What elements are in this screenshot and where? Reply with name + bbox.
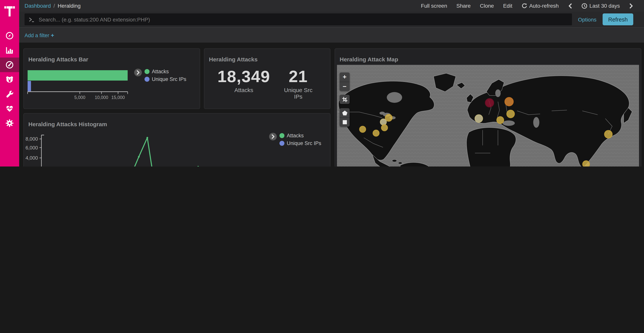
legend-item-attacks[interactable]: Attacks	[280, 133, 321, 139]
zoom-out-button[interactable]: −	[340, 82, 350, 91]
full-screen-button[interactable]: Full screen	[421, 3, 447, 9]
svg-text:6,000: 6,000	[26, 145, 38, 151]
telekom-logo[interactable]	[0, 0, 19, 19]
edit-button[interactable]: Edit	[503, 3, 512, 9]
panel-title: Heralding Attacks Histogram	[28, 121, 107, 128]
sidebar-item-dashboard[interactable]	[0, 58, 19, 72]
svg-text:10,000: 10,000	[95, 95, 108, 100]
sidebar-item-monitoring[interactable]	[0, 101, 19, 116]
panel-attacks-bar: Heralding Attacks Bar 5,00010,00015,000 …	[24, 48, 200, 109]
time-picker-button[interactable]: Last 30 days	[581, 3, 620, 9]
metric-label: Attacks	[217, 87, 270, 93]
time-back-button[interactable]	[568, 3, 572, 9]
legend-dot	[280, 133, 284, 138]
sidebar-item-tpot[interactable]	[0, 72, 19, 87]
refresh-button[interactable]: Refresh	[602, 14, 633, 25]
crop-fit-button[interactable]	[340, 95, 350, 104]
plus-icon: +	[51, 32, 54, 38]
search-bar-row: Options Refresh	[19, 12, 644, 27]
svg-text:4,000: 4,000	[26, 155, 38, 161]
clock-icon	[581, 3, 587, 9]
sidebar-item-dev-tools[interactable]	[0, 87, 19, 101]
top-nav: Dashboard / Heralding Full screen Share …	[19, 0, 644, 12]
legend-item-unique-src-ips[interactable]: Unique Src IPs	[144, 76, 186, 82]
compass-icon	[5, 31, 14, 40]
legend-label: Attacks	[152, 69, 169, 74]
options-link[interactable]: Options	[578, 16, 597, 23]
legend-dot	[280, 141, 284, 146]
share-button[interactable]: Share	[456, 3, 471, 9]
search-input[interactable]	[38, 16, 568, 23]
gauge-icon	[5, 60, 14, 70]
panel-attack-map: Heralding Attack Map + −	[335, 48, 641, 167]
map-zoom-controls: + −	[340, 73, 350, 91]
metric-unique-src-ips: 21 Unique Src IPs	[282, 67, 314, 100]
legend-item-attacks[interactable]: Attacks	[144, 69, 186, 74]
legend: AttacksUnique Src IPs	[269, 133, 321, 146]
rectangle-icon	[342, 119, 348, 125]
chevron-right-icon	[629, 3, 633, 9]
sidebar-item-management[interactable]	[0, 116, 19, 130]
map-fit-controls	[340, 95, 350, 104]
heartbeat-icon	[5, 104, 14, 113]
map-canvas[interactable]	[337, 65, 639, 167]
polygon-icon	[342, 110, 348, 116]
panel-title: Heralding Attacks Bar	[28, 56, 88, 63]
breadcrumb-separator: /	[54, 3, 55, 9]
time-forward-button[interactable]	[629, 3, 633, 9]
legend-toggle-icon[interactable]	[134, 69, 142, 76]
zoom-in-button[interactable]: +	[340, 73, 350, 82]
sidebar	[0, 0, 19, 167]
telekom-t-icon	[4, 4, 15, 17]
polygon-tool-button[interactable]	[340, 108, 350, 117]
metric-value: 18,349	[217, 67, 270, 86]
legend-label: Unique Src IPs	[287, 140, 321, 146]
filter-bar: Add a filter+	[19, 28, 644, 43]
legend-dot	[144, 77, 150, 82]
metric-attacks: 18,349 Attacks	[217, 67, 270, 93]
legend-label: Unique Src IPs	[152, 76, 186, 82]
sidebar-nav	[0, 28, 19, 130]
map-draw-controls	[340, 108, 350, 127]
bar-chart-icon	[5, 46, 14, 55]
legend-toggle-icon[interactable]	[269, 133, 277, 140]
gear-icon	[5, 119, 14, 128]
refresh-icon	[522, 3, 527, 9]
panel-attacks-histogram: Heralding Attacks Histogram 02,0004,0006…	[24, 113, 330, 167]
legend-label: Attacks	[287, 133, 304, 139]
top-nav-actions: Full screen Share Clone Edit Auto-refres…	[421, 3, 633, 9]
panel-title: Heralding Attacks	[209, 56, 258, 63]
chevron-left-icon	[568, 3, 572, 9]
search-input-box[interactable]	[24, 14, 572, 25]
add-filter-link[interactable]: Add a filter+	[24, 32, 54, 38]
svg-text:5,000: 5,000	[74, 95, 86, 100]
crop-icon	[342, 97, 348, 102]
app-root: Dashboard / Heralding Full screen Share …	[0, 0, 644, 167]
metric-value: 21	[282, 67, 314, 86]
breadcrumb-current: Heralding	[58, 3, 81, 9]
clone-button[interactable]: Clone	[480, 3, 494, 9]
wrench-icon	[5, 89, 14, 99]
sidebar-item-discover[interactable]	[0, 28, 19, 43]
svg-text:15,000: 15,000	[111, 95, 125, 100]
dashboard-grid: Heralding Attacks Bar 5,00010,00015,000 …	[19, 43, 644, 167]
breadcrumb-dashboard[interactable]: Dashboard	[24, 3, 51, 9]
search-prompt-icon	[28, 16, 34, 23]
panel-attacks-metric: Heralding Attacks 18,349 Attacks 21 Uniq…	[204, 48, 330, 109]
bear-icon	[5, 75, 14, 84]
rectangle-tool-button[interactable]	[340, 117, 350, 127]
main-area: Dashboard / Heralding Full screen Share …	[19, 0, 644, 167]
panel-title: Heralding Attack Map	[340, 56, 398, 63]
legend-item-unique-src-ips[interactable]: Unique Src IPs	[280, 140, 321, 146]
svg-text:8,000: 8,000	[26, 136, 38, 142]
sidebar-item-visualize[interactable]	[0, 43, 19, 58]
world-map[interactable]: + −	[337, 65, 639, 167]
auto-refresh-button[interactable]: Auto-refresh	[522, 3, 559, 9]
metric-label: Unique Src IPs	[282, 87, 314, 100]
legend-dot	[144, 69, 150, 74]
legend: AttacksUnique Src IPs	[134, 69, 186, 82]
